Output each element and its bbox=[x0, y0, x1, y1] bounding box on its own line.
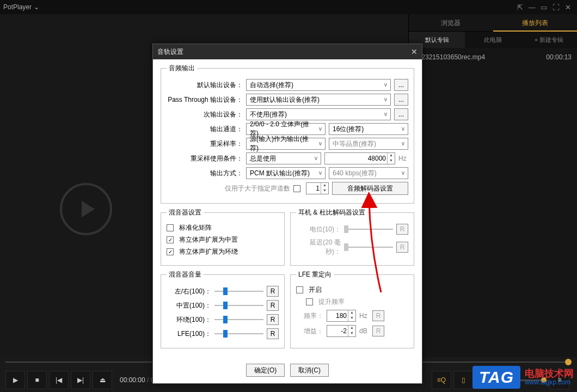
group-mixer-settings: 混音器设置 标准化矩阵 将立体声扩展为中置 将立体声扩展为环绕 bbox=[161, 208, 285, 266]
dialog-title: 音轨设置 bbox=[157, 47, 183, 57]
playlist-item-duration: 00:00:13 bbox=[546, 53, 572, 61]
checkbox-expand-center[interactable] bbox=[167, 236, 174, 243]
next-button[interactable]: ▶| bbox=[71, 371, 90, 389]
close-button[interactable]: ✕ bbox=[562, 3, 574, 11]
play-button[interactable]: ▶ bbox=[5, 371, 25, 389]
chevron-down-icon: ⌄ bbox=[34, 3, 39, 11]
slider-center[interactable] bbox=[214, 301, 263, 310]
input-gain[interactable]: -2▲▼ bbox=[327, 325, 356, 337]
select-kbps[interactable]: 640 kbps(推荐)v bbox=[329, 167, 408, 179]
playlist-item-name: 2023215103650rec.mp4 bbox=[414, 53, 485, 61]
label-potential: 电位(10)： bbox=[296, 225, 341, 234]
label-pass-through: Pass Through 输出设备： bbox=[167, 95, 243, 105]
eject-button[interactable]: ⏏ bbox=[93, 371, 112, 389]
pass-through-options-button[interactable]: ... bbox=[394, 94, 408, 106]
checkbox-lfe-boost[interactable] bbox=[306, 298, 313, 305]
app-menu[interactable]: PotPlayer ⌄ bbox=[3, 3, 39, 11]
bookmark-button[interactable]: ▯ bbox=[453, 371, 473, 389]
pin-button[interactable]: ⇱ bbox=[514, 3, 526, 11]
reset-lr-button[interactable]: R bbox=[267, 286, 279, 297]
reset-surround-button[interactable]: R bbox=[267, 314, 279, 325]
checkbox-only-channels[interactable] bbox=[293, 185, 300, 192]
prev-button[interactable]: |◀ bbox=[49, 371, 69, 389]
input-freq[interactable]: 180▲▼ bbox=[327, 310, 356, 322]
reset-delay-button[interactable]: R bbox=[396, 242, 408, 253]
default-device-options-button[interactable]: ... bbox=[394, 79, 408, 91]
reset-lfe-button[interactable]: R bbox=[267, 328, 279, 339]
unit-hz: Hz bbox=[398, 155, 408, 162]
checkbox-lfe-enable[interactable] bbox=[296, 286, 303, 293]
label-normalize-matrix: 标准化矩阵 bbox=[179, 223, 212, 232]
label-delay: 延迟(20 毫秒)： bbox=[296, 238, 341, 256]
seek-knob[interactable] bbox=[565, 359, 572, 365]
stop-button[interactable]: ■ bbox=[27, 371, 47, 389]
input-only-channels[interactable]: 1▲▼ bbox=[306, 182, 329, 194]
group-mixer-volume: 混音器音量 左/右(100)：R 中置(100)：R 环绕(100)：R LFE… bbox=[161, 270, 285, 348]
cancel-button[interactable]: 取消(C) bbox=[290, 364, 329, 377]
checkbox-normalize-matrix[interactable] bbox=[167, 224, 174, 231]
input-resample-hz[interactable]: 48000▲▼ bbox=[324, 152, 395, 164]
select-default-device[interactable]: 自动选择(推荐)v bbox=[246, 79, 391, 91]
sub-device-options-button[interactable]: ... bbox=[394, 108, 408, 120]
reset-center-button[interactable]: R bbox=[267, 300, 279, 311]
audio-decoder-settings-button[interactable]: 音频解码器设置 bbox=[332, 182, 408, 195]
label-only-channels: 仅用于大于指定声道数 bbox=[167, 184, 290, 193]
watermark: TAG 电脑技术网 www.tagxp.com bbox=[472, 366, 574, 389]
select-sub-device[interactable]: 不使用(推荐)v bbox=[246, 108, 391, 120]
select-output-channel[interactable]: 2/0/0 - 2.0 立体声(推荐)v bbox=[246, 123, 326, 135]
chevron-down-icon: v bbox=[402, 140, 404, 146]
time-current: 00:00:00 bbox=[120, 376, 145, 384]
group-headphone-dolby: 耳机 & 杜比解码器设置 电位(10)： R 延迟(20 毫秒)： R bbox=[290, 208, 414, 266]
chevron-down-icon: v bbox=[402, 126, 404, 132]
label-lfe: LFE(100)： bbox=[167, 329, 211, 339]
chevron-down-icon: v bbox=[402, 170, 404, 176]
slider-potential[interactable] bbox=[344, 224, 393, 234]
ok-button[interactable]: 确定(O) bbox=[246, 364, 285, 377]
reset-freq-button[interactable]: R bbox=[372, 310, 384, 321]
label-freq: 频率： bbox=[296, 311, 323, 321]
select-output-mode[interactable]: PCM 默认输出(推荐)v bbox=[246, 167, 326, 179]
label-lfe-boost: 提升频率 bbox=[318, 297, 345, 307]
slider-lfe[interactable] bbox=[214, 329, 263, 339]
fullscreen-button[interactable]: ⛶ bbox=[550, 3, 562, 11]
label-lfe-enable: 开启 bbox=[309, 285, 322, 295]
tab-browser[interactable]: 浏览器 bbox=[409, 14, 493, 32]
reset-gain-button[interactable]: R bbox=[372, 326, 384, 336]
checkbox-expand-surround[interactable] bbox=[167, 248, 174, 255]
select-resample-condition[interactable]: 总是使用v bbox=[246, 152, 321, 164]
legend-lfe-redirect: LFE 重定向 bbox=[296, 270, 334, 279]
playlist-item[interactable]: 2023215103650rec.mp4 00:00:13 bbox=[414, 51, 572, 63]
group-audio-output: 音频输出 默认输出设备： 自动选择(推荐)v ... Pass Through … bbox=[161, 64, 414, 204]
select-pass-through[interactable]: 使用默认输出设备(推荐)v bbox=[246, 94, 391, 106]
slider-lr[interactable] bbox=[214, 286, 263, 296]
subtitle-button[interactable]: ≡Q bbox=[432, 371, 451, 389]
label-output-channel: 输出通道： bbox=[167, 125, 243, 134]
watermark-url: www.tagxp.com bbox=[525, 379, 574, 386]
right-panel: 浏览器 播放列表 默认专辑 此电脑 + 新建专辑 2023215103650re… bbox=[408, 14, 577, 357]
select-resample[interactable]: 源(输入)作为输出(推荐)v bbox=[246, 138, 326, 150]
maximize-button[interactable]: ▭ bbox=[538, 3, 550, 11]
chevron-down-icon: v bbox=[384, 82, 387, 88]
label-gain: 增益： bbox=[296, 327, 323, 336]
chevron-down-icon: v bbox=[315, 155, 317, 161]
label-resample-condition: 重采样使用条件： bbox=[167, 154, 243, 163]
slider-delay[interactable] bbox=[344, 242, 393, 252]
label-surround: 环绕(100)： bbox=[167, 315, 211, 324]
minimize-button[interactable]: — bbox=[526, 3, 538, 11]
label-expand-center: 将立体声扩展为中置 bbox=[179, 235, 238, 244]
label-default-device: 默认输出设备： bbox=[167, 81, 243, 90]
subtab-this-pc[interactable]: 此电脑 bbox=[465, 32, 521, 48]
tab-playlist[interactable]: 播放列表 bbox=[493, 14, 578, 32]
select-resample-quality[interactable]: 中等品质(推荐)v bbox=[329, 138, 408, 150]
watermark-title: 电脑技术网 bbox=[525, 369, 574, 379]
chevron-down-icon: v bbox=[384, 96, 387, 102]
dialog-close-button[interactable]: ✕ bbox=[411, 47, 418, 56]
select-output-bits[interactable]: 16位(推荐)v bbox=[329, 123, 408, 135]
slider-surround[interactable] bbox=[214, 315, 263, 324]
reset-potential-button[interactable]: R bbox=[396, 224, 408, 235]
subtab-new-album[interactable]: + 新建专辑 bbox=[521, 32, 577, 48]
legend-output: 音频输出 bbox=[167, 64, 197, 73]
chevron-down-icon: v bbox=[319, 126, 322, 132]
legend-headphone: 耳机 & 杜比解码器设置 bbox=[296, 208, 367, 217]
legend-mixer-volume: 混音器音量 bbox=[167, 270, 204, 279]
